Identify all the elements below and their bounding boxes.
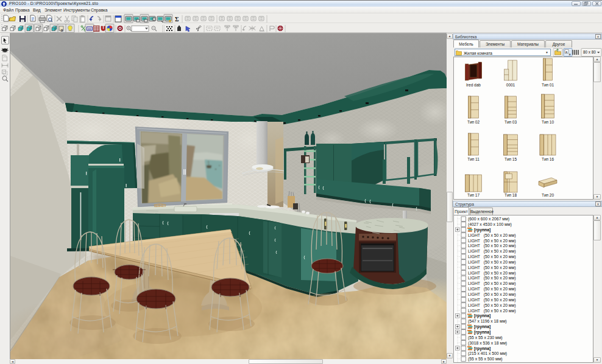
svg-text:LIGHT (50 x 50 x 20 мм): LIGHT (50 x 50 x 20 мм) <box>468 271 515 276</box>
svg-text:LIGHT (50 x 50 x 20 мм): LIGHT (50 x 50 x 20 мм) <box>468 254 515 259</box>
svg-text:Tип 16: Tип 16 <box>542 157 554 161</box>
svg-text:LIGHT (50 x 50 x 20 мм): LIGHT (50 x 50 x 20 мм) <box>468 239 515 243</box>
svg-text:LIGHT (50 x 50 x 20 мм): LIGHT (50 x 50 x 20 мм) <box>468 243 515 248</box>
svg-text:(55 x 55 x 500 мм): (55 x 55 x 500 мм) <box>468 357 503 362</box>
svg-text:(4027 x 4530 x 100 мм): (4027 x 4530 x 100 мм) <box>468 222 512 227</box>
svg-text:Tип 18: Tип 18 <box>505 193 517 197</box>
svg-text:Tип 10: Tип 10 <box>542 120 554 124</box>
svg-text:(55 x 55 x 230 мм): (55 x 55 x 230 мм) <box>468 335 503 340</box>
svg-text:LIGHT (50 x 50 x 20 мм): LIGHT (50 x 50 x 20 мм) <box>468 287 515 292</box>
svg-text:[группа]: [группа] <box>474 330 490 335</box>
svg-text:[группа]: [группа] <box>474 346 490 351</box>
svg-text:LIGHT (50 x 50 x 20 мм): LIGHT (50 x 50 x 20 мм) <box>468 281 515 286</box>
svg-text:0001: 0001 <box>506 83 515 87</box>
svg-text:Tип 17: Tип 17 <box>467 193 480 197</box>
svg-text:Tип 20: Tип 20 <box>542 193 554 197</box>
svg-text:LIGHT (50 x 50 x 20 мм): LIGHT (50 x 50 x 20 мм) <box>468 309 515 313</box>
svg-text:80 x 80: 80 x 80 <box>583 50 596 54</box>
svg-text:[группа]: [группа] <box>474 313 490 318</box>
svg-text:LIGHT (50 x 50 x 20 мм): LIGHT (50 x 50 x 20 мм) <box>468 249 515 254</box>
svg-text:LIGHT (50 x 50 x 20 мм): LIGHT (50 x 50 x 20 мм) <box>468 276 515 281</box>
svg-text:LIGHT (50 x 50 x 20 мм): LIGHT (50 x 50 x 20 мм) <box>468 260 515 265</box>
svg-text:[группа]: [группа] <box>474 228 490 233</box>
svg-text:LIGHT (50 x 50 x 20 мм): LIGHT (50 x 50 x 20 мм) <box>468 292 515 297</box>
svg-text:Σ: Σ <box>175 16 179 23</box>
svg-text:Tип 03: Tип 03 <box>505 120 517 124</box>
svg-text:(3018 x 536 x 18 мм): (3018 x 536 x 18 мм) <box>468 341 507 346</box>
svg-text:Tип 01: Tип 01 <box>542 83 554 87</box>
svg-text:(215 x 401 x 500 мм): (215 x 401 x 500 мм) <box>468 351 507 356</box>
svg-text:LIGHT (50 x 50 x 20 мм): LIGHT (50 x 50 x 20 мм) <box>468 303 515 308</box>
svg-text:LIGHT (50 x 50 x 20 мм): LIGHT (50 x 50 x 20 мм) <box>468 265 515 270</box>
svg-text:LIGHT (50 x 50 x 20 мм): LIGHT (50 x 50 x 20 мм) <box>468 233 515 238</box>
svg-text:Tип 11: Tип 11 <box>467 157 480 161</box>
svg-text:[группа]: [группа] <box>474 324 490 329</box>
svg-text:(547 x 1196 x 18 мм): (547 x 1196 x 18 мм) <box>468 319 507 324</box>
svg-text:Tип 15: Tип 15 <box>505 157 517 161</box>
svg-text:Tип 02: Tип 02 <box>467 120 480 124</box>
svg-text:LIGHT (50 x 50 x 20 мм): LIGHT (50 x 50 x 20 мм) <box>468 298 515 303</box>
svg-text:a: a <box>61 28 63 32</box>
svg-text:Ired dab: Ired dab <box>466 83 481 87</box>
svg-text:(600 x 600 x 2067 мм): (600 x 600 x 2067 мм) <box>468 217 509 222</box>
